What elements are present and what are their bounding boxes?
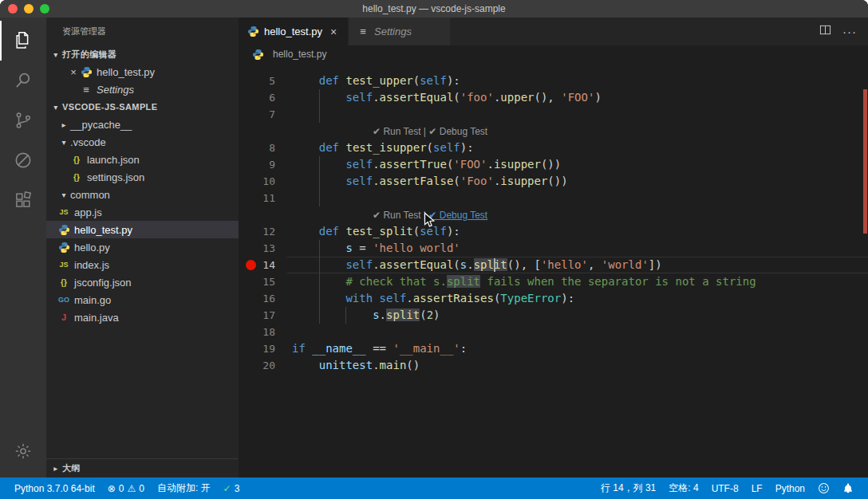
code-line-content: def test_upper(self): [292, 73, 868, 89]
code-line[interactable]: 9 self.assertTrue('FOO'.isupper()) [239, 156, 868, 173]
tree-item[interactable]: {}launch.json [46, 151, 239, 168]
breadcrumb-item[interactable]: hello_test.py [273, 49, 326, 60]
gutter[interactable]: 12 [239, 223, 292, 240]
outline-header[interactable]: ▸ 大纲 [46, 458, 239, 477]
code-line[interactable]: 16 with self.assertRaises(TypeError): [239, 290, 868, 307]
code-line[interactable]: 10 self.assertFalse('Foo'.isupper()) [239, 173, 868, 190]
line-number: 5 [269, 73, 275, 89]
tree-item[interactable]: GOmain.go [46, 291, 239, 308]
gutter[interactable]: 11 [239, 190, 292, 206]
activity-search-button[interactable] [0, 61, 46, 100]
status-notifications[interactable] [836, 477, 860, 499]
activity-source-control-button[interactable] [0, 100, 46, 140]
status-language-mode[interactable]: Python [769, 477, 811, 499]
code-line[interactable]: 19if __name__ == '__main__': [239, 340, 868, 357]
codelens-row: ✔ Run Test | ✔ Debug Test [239, 206, 868, 223]
tree-item-label: hello.py [74, 242, 110, 253]
status-cursor-position[interactable]: 行 14，列 31 [594, 477, 662, 499]
breadcrumb[interactable]: hello_test.py [239, 45, 868, 63]
tree-item[interactable]: {}settings.json [46, 168, 239, 186]
tree-item[interactable]: JSapp.js [46, 203, 239, 221]
code-editor[interactable]: 5 def test_upper(self):6 self.assertEqua… [239, 63, 868, 477]
tree-item[interactable]: ▾common [46, 186, 239, 203]
status-auto-attach[interactable]: 自动附加: 开 [151, 477, 217, 499]
codelens-action[interactable]: ✔ Debug Test [428, 210, 487, 221]
tree-item[interactable]: Jmain.java [46, 308, 239, 326]
code-line-content: def test_isupper(self): [292, 139, 868, 156]
folder-root-header[interactable]: ▾ VSCODE-JS-SAMPLE [46, 98, 239, 116]
tab-hello-test-py[interactable]: hello_test.py× [239, 18, 349, 45]
code-token: . [373, 91, 379, 104]
code-line[interactable]: 18 [239, 324, 868, 340]
open-editor-item[interactable]: ≡Settings [46, 81, 239, 98]
gutter[interactable]: 20 [239, 357, 292, 374]
code-token: s [460, 258, 467, 271]
java-file-icon: J [57, 311, 70, 324]
gutter[interactable]: 9 [239, 156, 292, 173]
tree-item[interactable]: hello.py [46, 238, 239, 256]
gutter[interactable]: 19 [239, 340, 292, 357]
open-editors-header[interactable]: ▾ 打开的编辑器 [46, 45, 239, 63]
codelens-action[interactable]: ✔ Debug Test [428, 126, 487, 137]
status-python-interpreter[interactable]: Python 3.7.0 64-bit [8, 477, 101, 499]
close-icon[interactable]: × [67, 66, 80, 78]
code-line[interactable]: 14 self.assertEqual(s.split(), ['hello',… [239, 257, 868, 273]
tab-label: hello_test.py [264, 26, 322, 37]
code-line[interactable]: 17 s.split(2) [239, 307, 868, 324]
code-line[interactable]: 11 [239, 190, 868, 206]
gutter[interactable]: 13 [239, 240, 292, 257]
code-token: self [433, 141, 460, 154]
gutter[interactable]: 14 [239, 257, 292, 273]
status-indentation[interactable]: 空格: 4 [662, 477, 704, 499]
activity-extensions-button[interactable] [0, 180, 46, 220]
code-token: . [406, 292, 412, 305]
gutter[interactable]: 8 [239, 139, 292, 156]
gutter[interactable]: 16 [239, 290, 292, 307]
code-line[interactable]: 13 s = 'hello world' [239, 240, 868, 257]
code-line[interactable]: 7 [239, 106, 868, 123]
tree-item[interactable]: {}jsconfig.json [46, 273, 239, 291]
gutter[interactable]: 7 [239, 106, 292, 123]
gutter[interactable]: 18 [239, 324, 292, 340]
minimize-window-button[interactable] [24, 4, 34, 14]
tree-item[interactable]: JSindex.js [46, 256, 239, 273]
close-icon[interactable]: × [327, 26, 340, 38]
zoom-window-button[interactable] [40, 4, 49, 14]
codelens-action[interactable]: ✔ Run Test [373, 210, 421, 221]
code-token [292, 308, 373, 321]
code-line[interactable]: 12 def test_split(self): [239, 223, 868, 240]
code-line[interactable]: 5 def test_upper(self): [239, 73, 868, 89]
activity-explorer-button[interactable] [0, 21, 46, 61]
gutter[interactable]: 10 [239, 173, 292, 190]
open-editor-item[interactable]: ×hello_test.py [46, 63, 239, 81]
gutter[interactable]: 17 [239, 307, 292, 324]
status-encoding[interactable]: UTF-8 [705, 477, 745, 499]
status-test-status[interactable]: ✓3 [217, 477, 247, 499]
status-eol[interactable]: LF [745, 477, 769, 499]
tree-item[interactable]: hello_test.py [46, 221, 239, 238]
code-line[interactable]: 8 def test_isupper(self): [239, 139, 868, 156]
indent-guide-line [319, 257, 320, 273]
error-icon: ⊗ [108, 483, 116, 494]
gutter[interactable]: 15 [239, 273, 292, 290]
tree-item[interactable]: ▸__pycache__ [46, 116, 239, 133]
status-problems[interactable]: ⊗0⚠0 [101, 477, 151, 499]
code-token: 'hello' [541, 258, 588, 271]
breakpoint-indicator[interactable] [246, 260, 256, 270]
gutter[interactable]: 5 [239, 73, 292, 89]
gutter[interactable]: 6 [239, 89, 292, 106]
status-feedback[interactable] [811, 477, 836, 499]
titlebar: hello_test.py — vscode-js-sample [0, 0, 868, 18]
activity-settings-gear-button[interactable] [0, 431, 46, 471]
tab-settings[interactable]: ≡Settings [349, 18, 451, 45]
code-line[interactable]: 20 unittest.main() [239, 357, 868, 374]
activity-circle-slash-button[interactable] [0, 140, 46, 180]
split-editor-icon[interactable] [819, 24, 831, 39]
overview-ruler-marker [863, 89, 867, 234]
tree-item[interactable]: ▾.vscode [46, 133, 239, 151]
code-line[interactable]: 6 self.assertEqual('foo'.upper(), 'FOO') [239, 89, 868, 106]
close-window-button[interactable] [8, 4, 18, 14]
codelens-action[interactable]: ✔ Run Test [373, 126, 421, 137]
code-line[interactable]: 15 # check that s.split fails when the s… [239, 273, 868, 290]
more-actions-icon[interactable]: ··· [842, 25, 857, 38]
